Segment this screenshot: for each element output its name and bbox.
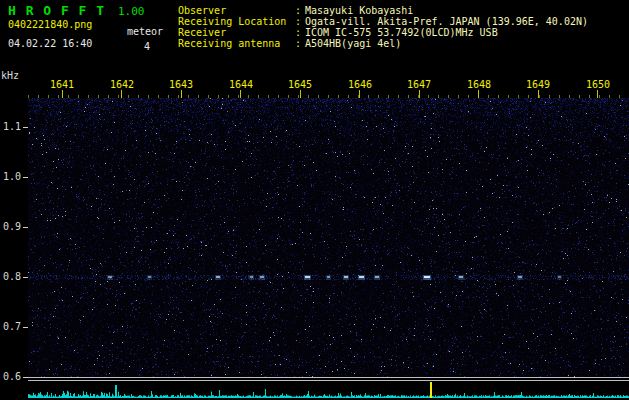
time-tick-label: 1644 (227, 79, 255, 90)
info-separator: : (295, 5, 305, 16)
separator-line (28, 377, 629, 378)
time-tick-label: 1641 (48, 79, 76, 90)
mode-label: meteor (127, 26, 163, 37)
app-title: H R O F F T (8, 3, 105, 18)
hrofft-screen: H R O F F T 1.00 0402221840.png meteor 0… (0, 0, 629, 400)
info-label: Receiving antenna (178, 38, 295, 49)
info-row-location: Receiving Location:Ogata-vill. Akita-Pre… (178, 16, 588, 27)
freq-tick-label: 1.1 (0, 122, 21, 132)
time-tick-label: 1647 (405, 79, 433, 90)
time-tick-label: 1650 (584, 79, 612, 90)
freq-tick-label: 0.9 (0, 222, 21, 232)
info-value: ICOM IC-575 53.7492(0LCD)MHz USB (305, 27, 498, 38)
info-row-receiver: Receiver:ICOM IC-575 53.7492(0LCD)MHz US… (178, 27, 588, 38)
freq-tick-label: 0.7 (0, 322, 21, 332)
separator-line (28, 380, 629, 381)
info-value: Masayuki Kobayashi (305, 5, 413, 16)
time-tick-label: 1649 (524, 79, 552, 90)
info-label: Receiver (178, 27, 295, 38)
time-ticks-canvas (28, 90, 629, 98)
time-tick-label: 1643 (167, 79, 195, 90)
info-label: Observer (178, 5, 295, 16)
freq-tick-label: 0.8 (0, 272, 21, 282)
freq-tick-label: 1.0 (0, 172, 21, 182)
observer-info-block: Observer:Masayuki Kobayashi Receiving Lo… (178, 5, 588, 49)
info-row-antenna: Receiving antenna:A504HB(yagi 4el) (178, 38, 588, 49)
time-tick-label: 1646 (346, 79, 374, 90)
info-label: Receiving Location (178, 16, 295, 27)
freq-axis-unit-label: kHz (1, 70, 19, 81)
spectrogram-canvas (28, 98, 629, 377)
time-tick-label: 1645 (286, 79, 314, 90)
info-value: Ogata-vill. Akita-Pref. JAPAN (139.96E, … (305, 16, 588, 27)
datetime-label: 04.02.22 16:40 (8, 38, 92, 49)
output-filename: 0402221840.png (8, 19, 92, 30)
time-tick-label: 1648 (465, 79, 493, 90)
info-row-observer: Observer:Masayuki Kobayashi (178, 5, 588, 16)
info-separator: : (295, 27, 305, 38)
echo-count: 4 (144, 41, 150, 52)
info-value: A504HB(yagi 4el) (305, 38, 401, 49)
app-version: 1.00 (118, 5, 145, 18)
amplitude-canvas (28, 382, 629, 398)
info-separator: : (295, 16, 305, 27)
time-tick-label: 1642 (108, 79, 136, 90)
freq-tick-label: 0.6 (0, 372, 21, 382)
info-separator: : (295, 38, 305, 49)
